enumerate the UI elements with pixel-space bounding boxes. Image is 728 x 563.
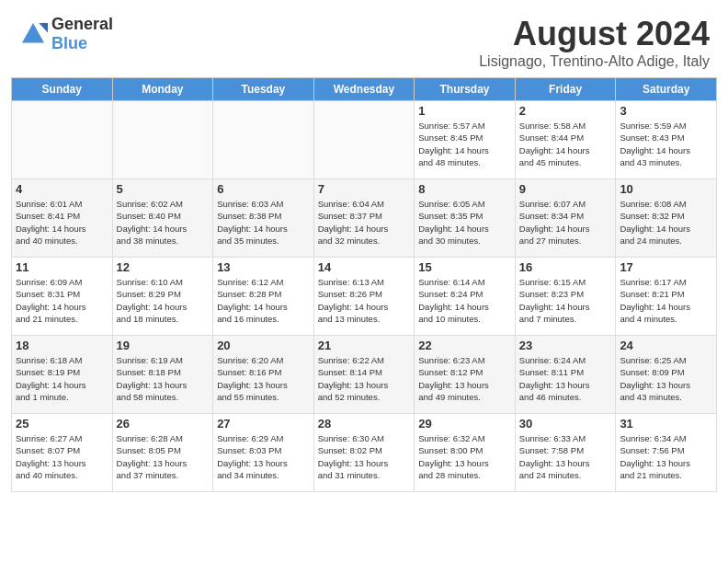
calendar-week-5: 25Sunrise: 6:27 AMSunset: 8:07 PMDayligh… bbox=[12, 414, 717, 492]
day-info: Sunrise: 6:24 AMSunset: 8:11 PMDaylight:… bbox=[519, 354, 612, 403]
day-number: 22 bbox=[418, 339, 511, 352]
day-info: Sunrise: 6:28 AMSunset: 8:05 PMDaylight:… bbox=[117, 432, 210, 481]
table-row: 12Sunrise: 6:10 AMSunset: 8:29 PMDayligh… bbox=[112, 258, 213, 336]
calendar-week-1: 1Sunrise: 5:57 AMSunset: 8:45 PMDaylight… bbox=[12, 101, 717, 179]
day-number: 1 bbox=[418, 104, 511, 118]
svg-marker-0 bbox=[22, 23, 44, 43]
day-number: 3 bbox=[620, 104, 712, 118]
table-row: 22Sunrise: 6:23 AMSunset: 8:12 PMDayligh… bbox=[415, 336, 516, 414]
day-number: 19 bbox=[117, 339, 210, 352]
col-friday: Friday bbox=[515, 78, 616, 101]
day-info: Sunrise: 6:03 AMSunset: 8:38 PMDaylight:… bbox=[217, 198, 310, 247]
col-wednesday: Wednesday bbox=[313, 78, 415, 101]
day-info: Sunrise: 6:07 AMSunset: 8:34 PMDaylight:… bbox=[519, 198, 612, 247]
month-year-title: August 2024 bbox=[479, 15, 710, 53]
day-info: Sunrise: 6:34 AMSunset: 7:56 PMDaylight:… bbox=[620, 432, 712, 481]
table-row: 31Sunrise: 6:34 AMSunset: 7:56 PMDayligh… bbox=[616, 414, 717, 492]
calendar-table: Sunday Monday Tuesday Wednesday Thursday… bbox=[11, 77, 717, 492]
day-info: Sunrise: 6:13 AMSunset: 8:26 PMDaylight:… bbox=[318, 276, 411, 325]
day-number: 24 bbox=[620, 339, 712, 352]
table-row: 6Sunrise: 6:03 AMSunset: 8:38 PMDaylight… bbox=[213, 179, 314, 258]
logo: General Blue bbox=[18, 15, 113, 53]
table-row: 13Sunrise: 6:12 AMSunset: 8:28 PMDayligh… bbox=[213, 258, 314, 336]
day-info: Sunrise: 6:08 AMSunset: 8:32 PMDaylight:… bbox=[620, 198, 712, 247]
day-number: 27 bbox=[217, 417, 310, 431]
day-number: 16 bbox=[519, 260, 612, 274]
day-info: Sunrise: 5:59 AMSunset: 8:43 PMDaylight:… bbox=[620, 120, 712, 168]
day-info: Sunrise: 6:12 AMSunset: 8:28 PMDaylight:… bbox=[217, 276, 310, 325]
day-info: Sunrise: 6:27 AMSunset: 8:07 PMDaylight:… bbox=[16, 432, 108, 481]
table-row: 14Sunrise: 6:13 AMSunset: 8:26 PMDayligh… bbox=[313, 258, 415, 336]
day-info: Sunrise: 6:10 AMSunset: 8:29 PMDaylight:… bbox=[117, 276, 210, 325]
table-row: 21Sunrise: 6:22 AMSunset: 8:14 PMDayligh… bbox=[313, 336, 415, 414]
table-row: 15Sunrise: 6:14 AMSunset: 8:24 PMDayligh… bbox=[415, 258, 516, 336]
table-row: 8Sunrise: 6:05 AMSunset: 8:35 PMDaylight… bbox=[415, 179, 516, 258]
table-row: 23Sunrise: 6:24 AMSunset: 8:11 PMDayligh… bbox=[515, 336, 616, 414]
svg-marker-1 bbox=[39, 23, 48, 32]
day-number: 25 bbox=[16, 417, 108, 431]
day-number: 8 bbox=[418, 182, 511, 196]
table-row: 27Sunrise: 6:29 AMSunset: 8:03 PMDayligh… bbox=[213, 414, 314, 492]
day-number: 20 bbox=[217, 339, 310, 352]
day-number: 17 bbox=[620, 260, 712, 274]
table-row: 26Sunrise: 6:28 AMSunset: 8:05 PMDayligh… bbox=[112, 414, 213, 492]
col-saturday: Saturday bbox=[616, 78, 717, 101]
day-number: 10 bbox=[620, 182, 712, 196]
calendar-week-4: 18Sunrise: 6:18 AMSunset: 8:19 PMDayligh… bbox=[12, 336, 717, 414]
day-number: 2 bbox=[519, 104, 612, 118]
day-number: 12 bbox=[117, 260, 210, 274]
day-info: Sunrise: 6:25 AMSunset: 8:09 PMDaylight:… bbox=[620, 354, 712, 403]
day-info: Sunrise: 6:20 AMSunset: 8:16 PMDaylight:… bbox=[217, 354, 310, 403]
day-number: 5 bbox=[117, 182, 210, 196]
day-info: Sunrise: 6:29 AMSunset: 8:03 PMDaylight:… bbox=[217, 432, 310, 481]
day-info: Sunrise: 6:09 AMSunset: 8:31 PMDaylight:… bbox=[16, 276, 108, 325]
table-row: 16Sunrise: 6:15 AMSunset: 8:23 PMDayligh… bbox=[515, 258, 616, 336]
day-info: Sunrise: 6:19 AMSunset: 8:18 PMDaylight:… bbox=[117, 354, 210, 403]
col-tuesday: Tuesday bbox=[213, 78, 314, 101]
day-info: Sunrise: 5:58 AMSunset: 8:44 PMDaylight:… bbox=[519, 120, 612, 168]
day-info: Sunrise: 5:57 AMSunset: 8:45 PMDaylight:… bbox=[418, 120, 511, 168]
table-row: 17Sunrise: 6:17 AMSunset: 8:21 PMDayligh… bbox=[616, 258, 717, 336]
day-info: Sunrise: 6:33 AMSunset: 7:58 PMDaylight:… bbox=[519, 432, 612, 481]
day-info: Sunrise: 6:18 AMSunset: 8:19 PMDaylight:… bbox=[16, 354, 108, 403]
title-section: August 2024 Lisignago, Trentino-Alto Adi… bbox=[479, 15, 710, 70]
table-row: 9Sunrise: 6:07 AMSunset: 8:34 PMDaylight… bbox=[515, 179, 616, 258]
day-info: Sunrise: 6:23 AMSunset: 8:12 PMDaylight:… bbox=[418, 354, 511, 403]
table-row: 10Sunrise: 6:08 AMSunset: 8:32 PMDayligh… bbox=[616, 179, 717, 258]
table-row: 2Sunrise: 5:58 AMSunset: 8:44 PMDaylight… bbox=[515, 101, 616, 179]
day-number: 31 bbox=[620, 417, 712, 431]
day-number: 4 bbox=[16, 182, 108, 196]
table-row: 25Sunrise: 6:27 AMSunset: 8:07 PMDayligh… bbox=[12, 414, 113, 492]
day-info: Sunrise: 6:15 AMSunset: 8:23 PMDaylight:… bbox=[519, 276, 612, 325]
calendar-week-2: 4Sunrise: 6:01 AMSunset: 8:41 PMDaylight… bbox=[12, 179, 717, 258]
day-number: 23 bbox=[519, 339, 612, 352]
location-subtitle: Lisignago, Trentino-Alto Adige, Italy bbox=[479, 53, 710, 70]
table-row bbox=[313, 101, 415, 179]
col-thursday: Thursday bbox=[415, 78, 516, 101]
day-number: 21 bbox=[318, 339, 411, 352]
calendar-header-row: Sunday Monday Tuesday Wednesday Thursday… bbox=[12, 78, 717, 101]
col-sunday: Sunday bbox=[12, 78, 113, 101]
day-number: 9 bbox=[519, 182, 612, 196]
col-monday: Monday bbox=[112, 78, 213, 101]
day-number: 28 bbox=[318, 417, 411, 431]
table-row bbox=[12, 101, 113, 179]
day-info: Sunrise: 6:22 AMSunset: 8:14 PMDaylight:… bbox=[318, 354, 411, 403]
table-row: 29Sunrise: 6:32 AMSunset: 8:00 PMDayligh… bbox=[415, 414, 516, 492]
day-number: 6 bbox=[217, 182, 310, 196]
table-row: 11Sunrise: 6:09 AMSunset: 8:31 PMDayligh… bbox=[12, 258, 113, 336]
logo-icon bbox=[18, 19, 48, 49]
page-header: General Blue August 2024 Lisignago, Tren… bbox=[0, 0, 728, 77]
day-number: 30 bbox=[519, 417, 612, 431]
table-row: 4Sunrise: 6:01 AMSunset: 8:41 PMDaylight… bbox=[12, 179, 113, 258]
table-row: 20Sunrise: 6:20 AMSunset: 8:16 PMDayligh… bbox=[213, 336, 314, 414]
table-row: 19Sunrise: 6:19 AMSunset: 8:18 PMDayligh… bbox=[112, 336, 213, 414]
day-number: 7 bbox=[318, 182, 411, 196]
table-row: 5Sunrise: 6:02 AMSunset: 8:40 PMDaylight… bbox=[112, 179, 213, 258]
day-info: Sunrise: 6:04 AMSunset: 8:37 PMDaylight:… bbox=[318, 198, 411, 247]
day-number: 29 bbox=[418, 417, 511, 431]
day-number: 14 bbox=[318, 260, 411, 274]
day-info: Sunrise: 6:32 AMSunset: 8:00 PMDaylight:… bbox=[418, 432, 511, 481]
day-info: Sunrise: 6:14 AMSunset: 8:24 PMDaylight:… bbox=[418, 276, 511, 325]
day-info: Sunrise: 6:05 AMSunset: 8:35 PMDaylight:… bbox=[418, 198, 511, 247]
